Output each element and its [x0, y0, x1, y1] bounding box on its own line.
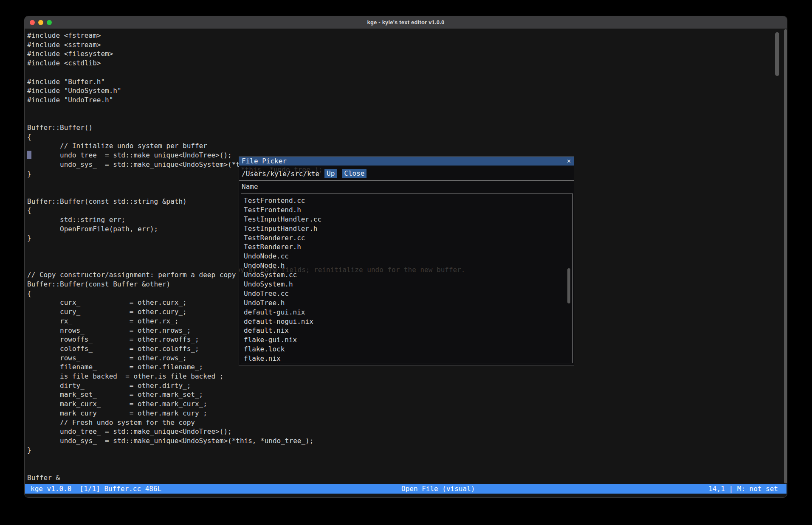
dialog-titlebar[interactable]: File Picker ✕: [239, 157, 574, 166]
divider: [239, 180, 574, 181]
traffic-light-zoom-icon[interactable]: [47, 20, 52, 25]
file-row[interactable]: TestInputHandler.h: [241, 224, 572, 233]
file-row[interactable]: flake.nix: [241, 354, 572, 363]
file-row[interactable]: TestFrontend.cc: [241, 196, 572, 205]
file-row[interactable]: UndoSystem.h: [241, 280, 572, 289]
file-row[interactable]: TestInputHandler.cc: [241, 215, 572, 224]
dialog-title: File Picker: [239, 157, 287, 165]
file-list[interactable]: TestFrontend.ccTestFrontend.hTestInputHa…: [241, 194, 573, 363]
file-row[interactable]: UndoTree.h: [241, 298, 572, 308]
status-version-file: kge v1.0.0 [1/1] Buffer.cc 486L: [31, 484, 161, 494]
text-cursor: [27, 151, 31, 159]
close-button[interactable]: Close: [342, 169, 367, 178]
window-edge-scrollbar[interactable]: [784, 29, 787, 483]
file-list-scrollbar-thumb[interactable]: [567, 268, 570, 303]
status-cursor-mark: 14,1 | M: not set: [708, 484, 778, 494]
traffic-light-close-icon[interactable]: [30, 20, 35, 25]
file-row[interactable]: UndoTree.cc: [241, 289, 572, 298]
file-row[interactable]: UndoNode.cc: [241, 252, 572, 261]
name-column-header: Name: [242, 182, 258, 191]
dialog-close-icon[interactable]: ✕: [567, 157, 571, 166]
path-row: /Users/kyle/src/kte Up Close: [242, 169, 367, 178]
file-row[interactable]: UndoNode.h: [241, 261, 572, 270]
status-mode: Open File (visual): [401, 484, 475, 494]
up-button[interactable]: Up: [324, 169, 337, 178]
file-row[interactable]: flake-gui.nix: [241, 335, 572, 345]
file-row[interactable]: UndoSystem.cc: [241, 270, 572, 280]
window-title: kge - kyle's text editor v1.0.0: [367, 19, 445, 25]
file-row[interactable]: default.nix: [241, 326, 572, 335]
current-path: /Users/kyle/src/kte: [242, 170, 319, 178]
file-row[interactable]: flake.lock: [241, 345, 572, 354]
file-row[interactable]: default-gui.nix: [241, 308, 572, 317]
editor-scrollbar-thumb[interactable]: [775, 32, 779, 76]
file-row[interactable]: TestFrontend.h: [241, 205, 572, 215]
traffic-light-minimize-icon[interactable]: [38, 20, 43, 25]
editor-window: kge - kyle's text editor v1.0.0 #include…: [24, 16, 787, 498]
file-row[interactable]: default-nogui.nix: [241, 317, 572, 326]
file-picker-dialog: *this, *undo_tree_); py of core fields; …: [239, 156, 574, 366]
file-row[interactable]: TestRenderer.cc: [241, 233, 572, 243]
status-bar: kge v1.0.0 [1/1] Buffer.cc 486L Open Fil…: [25, 484, 787, 494]
window-titlebar[interactable]: kge - kyle's text editor v1.0.0: [25, 16, 787, 29]
file-row[interactable]: TestRenderer.h: [241, 242, 572, 252]
